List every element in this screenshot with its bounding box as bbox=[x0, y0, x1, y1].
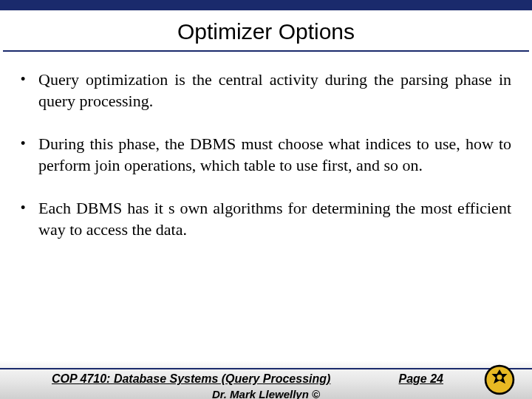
bullet-text: During this phase, the DBMS must choose … bbox=[38, 134, 511, 176]
slide-title: Optimizer Options bbox=[3, 10, 529, 52]
footer-divider bbox=[0, 361, 532, 368]
bullet-text: Each DBMS has it s own algorithms for de… bbox=[38, 198, 511, 240]
slide: Optimizer Options • Query optimization i… bbox=[0, 0, 532, 399]
footer-course: COP 4710: Database Systems (Query Proces… bbox=[52, 372, 330, 386]
footer-author: Dr. Mark Llewellyn © bbox=[0, 388, 532, 399]
bullet-item: • Each DBMS has it s own algorithms for … bbox=[21, 198, 511, 240]
bullet-dot-icon: • bbox=[21, 69, 38, 112]
svg-point-2 bbox=[497, 375, 502, 380]
university-logo-icon bbox=[483, 364, 516, 396]
bullet-dot-icon: • bbox=[21, 134, 38, 176]
slide-footer: COP 4710: Database Systems (Query Proces… bbox=[0, 361, 532, 399]
bullet-text: Query optimization is the central activi… bbox=[38, 69, 511, 112]
footer-page-number: Page 24 bbox=[399, 372, 443, 386]
bullet-item: • Query optimization is the central acti… bbox=[21, 69, 511, 112]
bullet-item: • During this phase, the DBMS must choos… bbox=[21, 134, 511, 176]
slide-content: • Query optimization is the central acti… bbox=[0, 52, 532, 399]
bullet-dot-icon: • bbox=[21, 198, 38, 240]
